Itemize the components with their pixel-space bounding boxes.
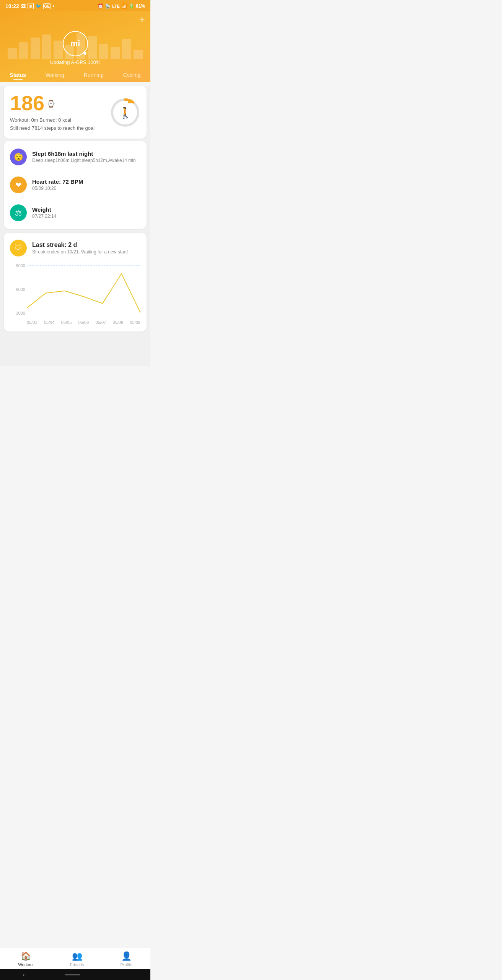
signal-bars-icon: 📶 <box>121 3 127 9</box>
x-label-0507: 05/07 <box>96 320 106 325</box>
workout-burned-line: Workout: 0m Burned: 0 kcal <box>10 116 95 124</box>
streak-title: Last streak: 2 d <box>32 242 128 248</box>
steps-number-value: 186 <box>10 93 44 113</box>
heart-icon: ❤ <box>15 180 22 189</box>
watch-icon: ⌚ <box>47 100 55 107</box>
x-label-0506: 05/06 <box>78 320 89 325</box>
streak-subtitle: Streak ended on 10/21. Waiting for a new… <box>32 249 128 255</box>
weight-icon-wrap: ⚖ <box>10 204 27 221</box>
y-label-9000: 9000 <box>10 263 25 268</box>
weight-item[interactable]: ⚖ Weight 07/27 22:14 <box>4 199 147 227</box>
header-top: + <box>0 11 150 27</box>
chart-y-labels: 9000 6000 3000 <box>10 263 25 317</box>
steps-count-row: 186 ⌚ <box>10 93 95 113</box>
wifi-icon: 📡 <box>105 3 111 9</box>
tab-walking[interactable]: Walking <box>42 70 68 82</box>
streak-header: 🛡 Last streak: 2 d Streak ended on 10/21… <box>10 240 140 256</box>
gps-status: Updating A-GPS 100% <box>0 59 150 67</box>
steps-left: 186 ⌚ Workout: 0m Burned: 0 kcal Still n… <box>10 93 95 132</box>
linkedin-icon: in <box>28 3 34 9</box>
tab-running[interactable]: Running <box>80 70 108 82</box>
status-left: 10:22 🖼 in 🐦 GE • <box>5 3 54 9</box>
x-label-0505: 05/05 <box>61 320 72 325</box>
steps-detail: Workout: 0m Burned: 0 kcal Still need 78… <box>10 116 95 132</box>
add-button[interactable]: + <box>139 14 145 26</box>
y-label-6000: 6000 <box>10 287 25 292</box>
x-label-0509: 05/09 <box>130 320 140 325</box>
heartrate-title: Heart rate: 72 BPM <box>32 178 83 185</box>
dot-icon: • <box>53 3 54 9</box>
battery-icon: 🔋 <box>129 3 134 9</box>
sleep-icon-wrap: 😴 <box>10 149 27 165</box>
weight-icon: ⚖ <box>15 208 22 217</box>
steps-card: 186 ⌚ Workout: 0m Burned: 0 kcal Still n… <box>4 86 147 139</box>
status-right: ⏰ 📡 LTE 📶 🔋 81% <box>98 3 145 9</box>
health-card: 😴 Slept 6h18m last night Deep sleep1h06m… <box>4 141 147 229</box>
y-label-3000: 3000 <box>10 311 25 315</box>
weight-text: Weight 07/27 22:14 <box>32 206 56 219</box>
heartrate-item[interactable]: ❤ Heart rate: 72 BPM 05/09 10:20 <box>4 171 147 199</box>
chart-line-svg <box>27 263 140 317</box>
sleep-item[interactable]: 😴 Slept 6h18m last night Deep sleep1h06m… <box>4 143 147 171</box>
sleep-text: Slept 6h18m last night Deep sleep1h06m,L… <box>32 150 136 163</box>
battery-percent: 81% <box>136 3 145 9</box>
heartrate-subtitle: 05/09 10:20 <box>32 186 83 191</box>
x-label-0508: 05/08 <box>113 320 124 325</box>
streak-card: 🛡 Last streak: 2 d Streak ended on 10/21… <box>4 233 147 332</box>
sleep-subtitle: Deep sleep1h06m,Light sleep5h12m,Awake14… <box>32 158 136 163</box>
status-time: 10:22 <box>5 3 19 9</box>
chart-svg-area <box>27 263 140 317</box>
tab-cycling[interactable]: Cycling <box>119 70 145 82</box>
sleep-title: Slept 6h18m last night <box>32 150 136 157</box>
twitter-icon: 🐦 <box>36 3 41 9</box>
steps-ring: 🚶 <box>110 97 140 128</box>
streak-icon-wrap: 🛡 <box>10 240 27 256</box>
main-content: 186 ⌚ Workout: 0m Burned: 0 kcal Still n… <box>0 86 150 366</box>
header-section: + mi Updating A-GPS 100% Status Walking … <box>0 11 150 82</box>
alarm-icon: ⏰ <box>98 3 103 9</box>
heart-icon-wrap: ❤ <box>10 176 27 193</box>
nav-tabs: Status Walking Running Cycling <box>0 67 150 82</box>
photo-icon: 🖼 <box>21 3 26 9</box>
mi-logo: mi <box>63 31 88 56</box>
weight-title: Weight <box>32 206 56 213</box>
streak-text: Last streak: 2 d Streak ended on 10/21. … <box>32 242 128 255</box>
goal-line: Still need 7814 steps to reach the goal <box>10 124 95 132</box>
heartrate-text: Heart rate: 72 BPM 05/09 10:20 <box>32 178 83 191</box>
chart-wrap: 9000 6000 3000 05/03 05/04 05/05 05/06 0… <box>10 263 140 325</box>
sleep-icon: 😴 <box>14 152 23 162</box>
status-bar: 10:22 🖼 in 🐦 GE • ⏰ 📡 LTE 📶 🔋 81% <box>0 0 150 11</box>
mi-dot <box>83 52 86 55</box>
walking-icon: 🚶 <box>119 106 132 119</box>
tab-status[interactable]: Status <box>6 70 30 82</box>
weight-subtitle: 07/27 22:14 <box>32 214 56 219</box>
ge-icon: GE <box>43 3 51 9</box>
signal-label: LTE <box>112 4 120 8</box>
x-label-0503: 05/03 <box>27 320 37 325</box>
chart-x-labels: 05/03 05/04 05/05 05/06 05/07 05/08 05/0… <box>27 320 140 325</box>
streak-shield-icon: 🛡 <box>15 243 22 252</box>
x-label-0504: 05/04 <box>44 320 55 325</box>
